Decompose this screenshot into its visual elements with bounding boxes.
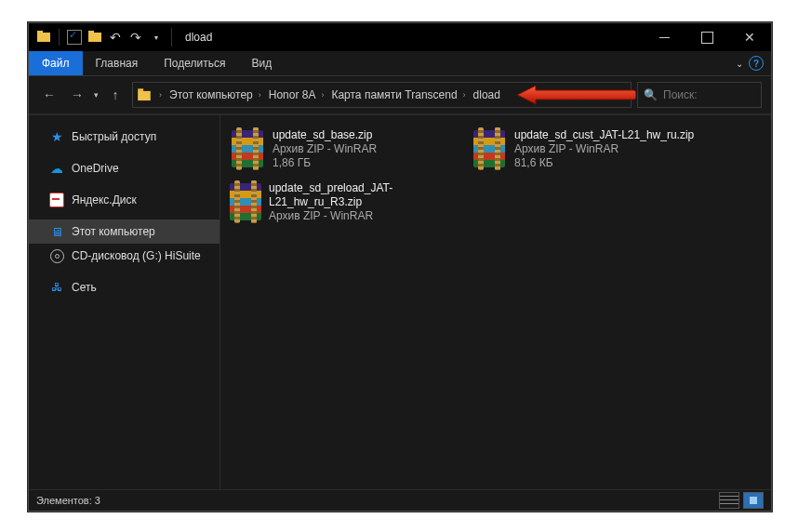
status-item-count: Элементов: 3 — [36, 495, 100, 506]
tab-view[interactable]: Вид — [238, 51, 285, 75]
quick-access-toolbar: ↶ ↷ ▾ — [29, 29, 164, 46]
window-icon[interactable] — [36, 30, 51, 45]
properties-icon[interactable] — [67, 30, 82, 45]
back-button[interactable]: ← — [38, 84, 60, 106]
file-type: Архив ZIP - WinRAR — [273, 142, 377, 156]
file-type: Архив ZIP - WinRAR — [269, 209, 460, 223]
nav-yandex-disk[interactable]: Яндекс.Диск — [29, 188, 219, 212]
tab-share[interactable]: Поделиться — [151, 51, 238, 75]
navigation-pane: ★ Быстрый доступ ☁ OneDrive Яндекс.Диск … — [29, 115, 220, 489]
file-item[interactable]: update_sd_preload_JAT-L21_hw_ru_R3.zip А… — [226, 178, 464, 227]
minimize-button[interactable] — [643, 23, 685, 51]
window-title: dload — [185, 31, 212, 44]
status-bar: Элементов: 3 — [29, 489, 771, 511]
maximize-button[interactable] — [685, 23, 728, 51]
titlebar-separator — [171, 28, 172, 47]
file-size: 1,86 ГБ — [273, 156, 377, 170]
archive-icon — [472, 128, 507, 169]
breadcrumb-transcend[interactable]: Карта памяти Transcend› — [327, 88, 469, 101]
redo-icon[interactable]: ↷ — [128, 30, 143, 45]
qat-dropdown-icon[interactable]: ▾ — [149, 30, 164, 45]
nav-onedrive[interactable]: ☁ OneDrive — [29, 156, 219, 180]
file-type: Архив ZIP - WinRAR — [514, 142, 694, 156]
breadcrumb-root-caret[interactable]: › — [155, 90, 166, 100]
computer-icon: 🖥 — [49, 224, 64, 239]
address-folder-icon — [138, 91, 151, 100]
file-item[interactable]: update_sd_base.zip Архив ZIP - WinRAR 1,… — [226, 125, 464, 174]
file-size: 81,6 КБ — [514, 156, 694, 170]
help-icon[interactable]: ? — [749, 56, 764, 71]
ribbon: Файл Главная Поделиться Вид ⌄ ? — [29, 51, 771, 76]
view-details-button[interactable] — [719, 492, 739, 509]
tab-home[interactable]: Главная — [83, 51, 152, 75]
cd-icon — [49, 248, 64, 263]
search-input[interactable]: 🔍 Поиск: — [637, 82, 762, 108]
breadcrumb-dload[interactable]: dload — [470, 88, 504, 101]
close-button[interactable]: ✕ — [728, 23, 771, 51]
nav-network[interactable]: 🖧 Сеть — [29, 275, 219, 299]
archive-icon — [230, 181, 261, 222]
explorer-body: ★ Быстрый доступ ☁ OneDrive Яндекс.Диск … — [29, 114, 771, 489]
up-button[interactable]: ↑ — [104, 84, 126, 106]
view-large-icons-button[interactable] — [743, 492, 764, 509]
yandex-disk-icon — [49, 193, 64, 207]
tab-file[interactable]: Файл — [29, 51, 83, 75]
refresh-icon[interactable]: ↻ — [617, 88, 627, 102]
breadcrumb-honor-8a[interactable]: Honor 8A› — [265, 88, 328, 101]
search-placeholder: Поиск: — [663, 88, 698, 101]
address-bar[interactable]: › Этот компьютер› Honor 8A› Карта памяти… — [132, 82, 632, 108]
recent-locations-icon[interactable]: ▾ — [94, 90, 99, 100]
forward-button[interactable]: → — [66, 84, 88, 106]
file-list[interactable]: update_sd_base.zip Архив ZIP - WinRAR 1,… — [220, 115, 771, 489]
cloud-icon: ☁ — [49, 161, 64, 176]
star-icon: ★ — [49, 129, 64, 144]
nav-this-pc[interactable]: 🖥 Этот компьютер — [29, 219, 219, 244]
new-folder-icon[interactable] — [87, 30, 102, 45]
nav-cd-drive[interactable]: CD-дисковод (G:) HiSuite — [29, 244, 219, 268]
breadcrumb-this-pc[interactable]: Этот компьютер› — [166, 88, 265, 101]
file-name: update_sd_cust_JAT-L21_hw_ru.zip — [514, 128, 694, 142]
titlebar: ↶ ↷ ▾ dload ✕ — [29, 23, 771, 51]
ribbon-expand-icon[interactable]: ⌄ — [736, 59, 743, 69]
search-icon: 🔍 — [644, 88, 658, 101]
nav-quick-access[interactable]: ★ Быстрый доступ — [29, 125, 219, 149]
file-item[interactable]: update_sd_cust_JAT-L21_hw_ru.zip Архив Z… — [468, 125, 706, 174]
undo-icon[interactable]: ↶ — [108, 30, 123, 45]
file-name: update_sd_base.zip — [273, 128, 377, 142]
file-name: update_sd_preload_JAT-L21_hw_ru_R3.zip — [269, 181, 460, 209]
file-explorer-window: ↶ ↷ ▾ dload ✕ Файл Главная Поделиться Ви… — [28, 22, 772, 512]
archive-icon — [230, 128, 265, 169]
network-icon: 🖧 — [49, 280, 64, 295]
navigation-bar: ← → ▾ ↑ › Этот компьютер› Honor 8A› Карт… — [29, 76, 771, 114]
